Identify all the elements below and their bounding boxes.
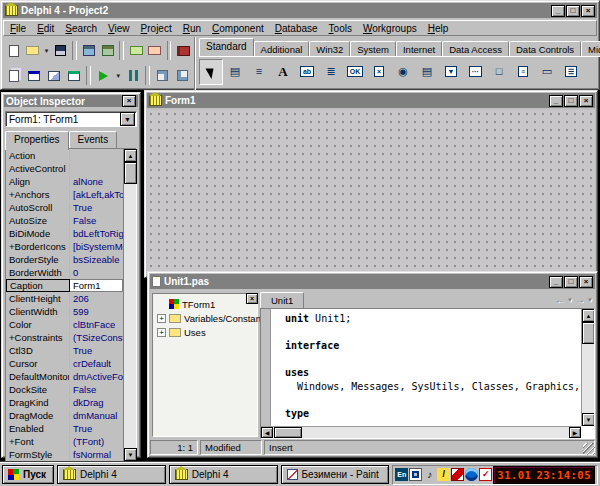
property-row--font[interactable]: +Font(TFont)	[6, 435, 123, 448]
save-file-icon[interactable]	[52, 41, 70, 60]
open-project-icon[interactable]	[80, 41, 98, 60]
expand-icon[interactable]: +	[157, 314, 166, 323]
editor-scroll-thumb[interactable]	[582, 322, 595, 344]
internet-icon[interactable]	[465, 468, 478, 481]
palette-tab-win32[interactable]: Win32	[309, 41, 350, 56]
inspector-titlebar[interactable]: Object Inspector ×	[4, 95, 138, 107]
property-row-ctl3d[interactable]: Ctl3DTrue	[6, 344, 123, 357]
maximize-button[interactable]: □	[566, 5, 580, 17]
menu-view[interactable]: View	[108, 23, 130, 34]
property-value[interactable]: Form1	[70, 279, 123, 292]
tree-item-tform1[interactable]: TForm1	[153, 297, 257, 311]
toggle-form-unit-icon[interactable]	[45, 66, 64, 85]
scrollbar-component[interactable]: ⋯	[463, 59, 487, 85]
property-row-autosize[interactable]: AutoSizeFalse	[6, 214, 123, 227]
task-check-icon[interactable]: ✓	[479, 468, 492, 481]
palette-tab-internet[interactable]: Internet	[396, 41, 442, 56]
new-form-icon[interactable]	[64, 66, 83, 85]
property-row-formstyle[interactable]: FormStylefsNormal	[6, 448, 123, 461]
code-editing-area[interactable]: unit Unit1; interface uses Windows, Mess…	[260, 308, 595, 439]
object-selector-dropdown-icon[interactable]: ▼	[120, 112, 135, 126]
property-row-borderstyle[interactable]: BorderStylebsSizeable	[6, 253, 123, 266]
editor-hscrollbar[interactable]: ◀ ▶	[261, 426, 581, 438]
open-file-icon[interactable]	[24, 41, 42, 60]
property-row-dragmode[interactable]: DragModedmManual	[6, 409, 123, 422]
inspector-scrollbar[interactable]: ▲ ▼	[123, 149, 136, 461]
taskbar-button-безимени-paint[interactable]: Безимени - Paint	[281, 465, 390, 484]
property-row-borderwidth[interactable]: BorderWidth0	[6, 266, 123, 279]
view-unit-icon[interactable]	[5, 66, 24, 85]
palette-tab-additional[interactable]: Additional	[254, 41, 310, 56]
editor-titlebar[interactable]: Unit1.pas _ □ ×	[150, 274, 595, 289]
mainmenu-component[interactable]: ▤	[223, 59, 247, 85]
combobox-component[interactable]: ▼	[439, 59, 463, 85]
form-minimize-button[interactable]: _	[549, 95, 563, 107]
scroll-thumb[interactable]	[124, 162, 137, 184]
property-row-clientheight[interactable]: ClientHeight206	[6, 292, 123, 305]
editor-scroll-right-icon[interactable]: ▶	[569, 427, 581, 438]
menu-run[interactable]: Run	[183, 23, 201, 34]
menu-workgroups[interactable]: Workgroups	[363, 23, 417, 34]
palette-tab-system[interactable]: System	[350, 41, 396, 56]
listbox-component[interactable]: ▤	[415, 59, 439, 85]
form-maximize-button[interactable]: □	[564, 95, 578, 107]
keyboard-layout-en-indicator[interactable]: En	[395, 468, 408, 481]
minimize-button[interactable]: _	[551, 5, 565, 17]
form-titlebar[interactable]: Form1 _ □ ×	[147, 93, 595, 108]
tab-unit1[interactable]: Unit1	[260, 292, 304, 308]
add-to-project-icon[interactable]	[99, 41, 117, 60]
property-row-cursor[interactable]: CursorcrDefault	[6, 357, 123, 370]
code-text[interactable]: unit Unit1; interface uses Windows, Mess…	[271, 312, 581, 426]
main-titlebar[interactable]: Delphi 4 - Project2 _ □ ×	[3, 3, 597, 18]
scheduler-icon[interactable]: /	[437, 468, 450, 481]
display-settings-icon[interactable]	[409, 468, 422, 481]
property-row-enabled[interactable]: EnabledTrue	[6, 422, 123, 435]
label-component[interactable]: A	[271, 59, 295, 85]
view-form-icon[interactable]	[25, 66, 44, 85]
start-button[interactable]: Пуск	[2, 465, 54, 484]
new-file-icon[interactable]	[5, 41, 23, 60]
groupbox-component[interactable]: □	[487, 59, 511, 85]
editor-scroll-down-icon[interactable]: ▼	[582, 413, 595, 426]
property-row-docksite[interactable]: DockSiteFalse	[6, 383, 123, 396]
radiobutton-component[interactable]: ◉	[391, 59, 415, 85]
menu-database[interactable]: Database	[275, 23, 318, 34]
property-row--constraints[interactable]: +Constraints(TSizeConstrain	[6, 331, 123, 344]
taskbar-button-delphi-4[interactable]: Delphi 4	[57, 465, 166, 484]
back-dropdown-icon[interactable]: ▼	[567, 297, 573, 303]
editor-scroll-left-icon[interactable]: ◀	[261, 427, 273, 438]
navigate-forward-icon[interactable]: →	[575, 294, 585, 305]
navigate-back-icon[interactable]: ←	[555, 294, 565, 305]
run-icon[interactable]	[94, 66, 113, 85]
palette-tab-data-access[interactable]: Data Access	[442, 41, 509, 56]
edit-component[interactable]: ab	[295, 59, 319, 85]
editor-minimize-button[interactable]: _	[549, 276, 563, 288]
open-file-icon-dropdown[interactable]: ▾	[42, 41, 50, 60]
menu-tools[interactable]: Tools	[329, 23, 352, 34]
radiogroup-component[interactable]: ≡	[511, 59, 535, 85]
inspector-close-button[interactable]: ×	[122, 95, 136, 107]
editor-maximize-button[interactable]: □	[564, 276, 578, 288]
save-project-icon[interactable]	[127, 41, 145, 60]
editor-scroll-up-icon[interactable]: ▲	[582, 309, 595, 322]
checkbox-component[interactable]: ×	[367, 59, 391, 85]
property-row-bidimode[interactable]: BiDiModebdLeftToRight	[6, 227, 123, 240]
trace-into-icon[interactable]	[153, 66, 172, 85]
pause-icon[interactable]	[124, 66, 143, 85]
menu-help[interactable]: Help	[428, 23, 449, 34]
actionlist-component[interactable]: ☰	[559, 59, 583, 85]
scroll-down-icon[interactable]: ▼	[124, 448, 137, 461]
volume-icon[interactable]: ♪	[423, 468, 436, 481]
step-over-icon[interactable]	[173, 66, 192, 85]
memo-component[interactable]: ≣	[319, 59, 343, 85]
property-row-align[interactable]: AlignalNone	[6, 175, 123, 188]
property-row-defaultmonitor[interactable]: DefaultMonitordmActiveForm	[6, 370, 123, 383]
selector-tool[interactable]	[199, 59, 223, 85]
property-row-dragkind[interactable]: DragKinddkDrag	[6, 396, 123, 409]
property-row-color[interactable]: ColorclBtnFace	[6, 318, 123, 331]
close-button[interactable]: ×	[581, 5, 595, 17]
property-row-clientwidth[interactable]: ClientWidth599	[6, 305, 123, 318]
scroll-up-icon[interactable]: ▲	[124, 149, 137, 162]
form-close-button[interactable]: ×	[579, 95, 593, 107]
menu-edit[interactable]: Edit	[37, 23, 54, 34]
